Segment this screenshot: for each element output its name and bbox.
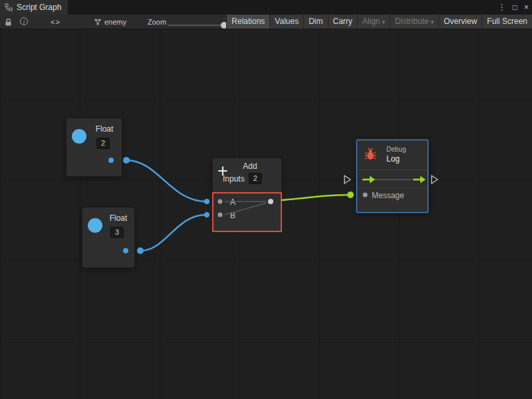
carry-button[interactable]: Carry (328, 15, 357, 29)
graph-name-label[interactable]: enemy (104, 18, 126, 26)
wire-float1-to-add-a[interactable] (126, 160, 206, 201)
toolbar-buttons: Relations Values Dim Carry Align▾ Distri… (226, 15, 532, 29)
graph-asset-icon (94, 18, 102, 26)
maximize-icon[interactable]: □ (513, 0, 517, 15)
wire-add-to-debug-message[interactable] (281, 195, 348, 200)
window-controls: ⋮ □ × (498, 0, 529, 15)
flow-input-triangle[interactable] (344, 176, 350, 184)
code-view-icon[interactable]: <> (51, 18, 61, 26)
node-title: Float (104, 213, 132, 223)
overview-button[interactable]: Overview (438, 15, 481, 29)
node-title: Float (90, 124, 118, 134)
node-title: Log (386, 154, 400, 164)
node-debug-log[interactable]: Debug Log Message (356, 140, 428, 213)
wire1-start-dot[interactable] (123, 157, 130, 164)
float-icon (88, 218, 102, 233)
wire1-end-dot[interactable] (204, 199, 209, 204)
node-float-1[interactable]: Float 2 (66, 118, 122, 176)
distribute-button[interactable]: Distribute▾ (390, 15, 438, 29)
fullscreen-button[interactable]: Full Screen (481, 15, 532, 29)
graph-toolbar: i <> enemy Zoom 1x Relations Values Dim … (0, 15, 532, 29)
values-button[interactable]: Values (269, 15, 303, 29)
lock-icon[interactable] (5, 18, 12, 27)
zoom-label: Zoom (148, 18, 166, 26)
dim-button[interactable]: Dim (303, 15, 327, 29)
info-icon[interactable]: i (20, 17, 28, 25)
port-b-label: B (230, 211, 235, 220)
zoom-slider[interactable] (168, 25, 229, 26)
tab-script-graph[interactable]: Script Graph (0, 0, 68, 15)
port-a-label: A (230, 198, 235, 207)
align-button[interactable]: Align▾ (357, 15, 390, 29)
float-icon (72, 129, 86, 144)
window-titlebar: Script Graph ⋮ □ × (0, 0, 532, 15)
tab-title: Script Graph (17, 3, 61, 12)
node-add[interactable]: + Add Inputs 2 (213, 158, 281, 193)
add-ports-highlight[interactable]: A B (212, 192, 282, 232)
flow-output-triangle[interactable] (432, 176, 438, 184)
wire3-end-dot[interactable] (347, 192, 354, 198)
bug-icon (364, 148, 377, 161)
wire-float2-to-add-b[interactable] (140, 215, 206, 251)
inputs-label: Inputs (223, 174, 245, 184)
close-icon[interactable]: × (524, 0, 529, 15)
chevron-down-icon: ▾ (382, 19, 386, 25)
window-menu-icon[interactable]: ⋮ (498, 0, 506, 15)
chevron-down-icon: ▾ (431, 19, 434, 25)
node-title: Add (233, 162, 267, 171)
graph-canvas[interactable]: Float 2 Float 3 + Add Inputs 2 A B Debug (0, 29, 532, 399)
wire2-end-dot[interactable] (204, 212, 209, 217)
wire2-start-dot[interactable] (137, 247, 144, 254)
float-value-input[interactable]: 3 (110, 227, 124, 238)
node-category: Debug (386, 146, 406, 153)
node-float-2[interactable]: Float 3 (82, 207, 134, 267)
message-port-label: Message (372, 191, 404, 200)
relations-button[interactable]: Relations (226, 15, 269, 29)
float-value-input[interactable]: 2 (96, 138, 110, 149)
debug-flow-row (357, 170, 428, 188)
script-graph-icon (5, 3, 13, 11)
debug-node-header: Debug Log (357, 140, 428, 170)
inputs-count-input[interactable]: 2 (249, 173, 262, 184)
